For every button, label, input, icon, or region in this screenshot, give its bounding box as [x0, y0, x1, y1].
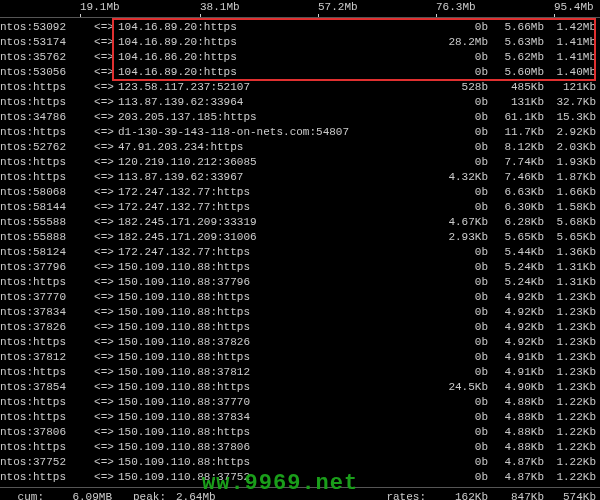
- rate-2s: 0b: [428, 260, 488, 275]
- scale-tick: 76.3Mb: [436, 0, 476, 14]
- local-endpoint: ntos:37854: [0, 380, 90, 395]
- direction-icon: <=>: [90, 140, 118, 155]
- rate-40s: 1.42Mb: [544, 20, 600, 35]
- rate-2s: 0b: [428, 200, 488, 215]
- remote-endpoint: 150.109.110.88:37826: [118, 335, 428, 350]
- direction-icon: <=>: [90, 320, 118, 335]
- direction-icon: <=>: [90, 35, 118, 50]
- local-endpoint: ntos:37770: [0, 290, 90, 305]
- direction-icon: <=>: [90, 425, 118, 440]
- direction-icon: <=>: [90, 170, 118, 185]
- local-endpoint: ntos:34786: [0, 110, 90, 125]
- remote-endpoint: 120.219.110.212:36085: [118, 155, 428, 170]
- rate-2s: 0b: [428, 365, 488, 380]
- direction-icon: <=>: [90, 305, 118, 320]
- remote-endpoint: 182.245.171.209:31006: [118, 230, 428, 245]
- direction-icon: <=>: [90, 470, 118, 485]
- rate-10s: 5.62Mb: [488, 50, 544, 65]
- rate-2s: 28.2Mb: [428, 35, 488, 50]
- rate-10s: 6.63Kb: [488, 185, 544, 200]
- rate-2s: 0b: [428, 335, 488, 350]
- rate-10s: 4.92Kb: [488, 290, 544, 305]
- remote-endpoint: 182.245.171.209:33319: [118, 215, 428, 230]
- local-endpoint: ntos:58124: [0, 245, 90, 260]
- direction-icon: <=>: [90, 125, 118, 140]
- rate-2s: 0b: [428, 20, 488, 35]
- connection-row: ntos:37770<=>150.109.110.88:https0b4.92K…: [0, 290, 600, 305]
- direction-icon: <=>: [90, 110, 118, 125]
- rate-col-1: 162Kb: [432, 490, 488, 500]
- rate-10s: 4.92Kb: [488, 335, 544, 350]
- remote-endpoint: 150.109.110.88:https: [118, 305, 428, 320]
- direction-icon: <=>: [90, 350, 118, 365]
- connection-row: ntos:35762<=>104.16.86.20:https0b5.62Mb1…: [0, 50, 600, 65]
- rate-2s: 0b: [428, 470, 488, 485]
- rate-40s: 1.23Kb: [544, 380, 600, 395]
- local-endpoint: ntos:https: [0, 155, 90, 170]
- remote-endpoint: 113.87.139.62:33967: [118, 170, 428, 185]
- rate-40s: 1.23Kb: [544, 365, 600, 380]
- local-endpoint: ntos:https: [0, 275, 90, 290]
- rate-10s: 5.63Mb: [488, 35, 544, 50]
- rate-40s: 1.41Mb: [544, 50, 600, 65]
- connection-row: ntos:https<=>113.87.139.62:339640b131Kb3…: [0, 95, 600, 110]
- cum-label: cum:: [0, 490, 50, 500]
- local-endpoint: ntos:https: [0, 470, 90, 485]
- connection-row: ntos:58144<=>172.247.132.77:https0b6.30K…: [0, 200, 600, 215]
- rate-10s: 6.28Kb: [488, 215, 544, 230]
- rate-2s: 0b: [428, 110, 488, 125]
- rate-40s: 32.7Kb: [544, 95, 600, 110]
- connection-row: ntos:55588<=>182.245.171.209:333194.67Kb…: [0, 215, 600, 230]
- local-endpoint: ntos:https: [0, 95, 90, 110]
- rate-10s: 5.24Kb: [488, 260, 544, 275]
- connection-row: ntos:https<=>150.109.110.88:378340b4.88K…: [0, 410, 600, 425]
- local-endpoint: ntos:55588: [0, 215, 90, 230]
- local-endpoint: ntos:53174: [0, 35, 90, 50]
- local-endpoint: ntos:https: [0, 395, 90, 410]
- remote-endpoint: 172.247.132.77:https: [118, 200, 428, 215]
- rate-10s: 4.88Kb: [488, 410, 544, 425]
- connection-list: ntos:53092<=>104.16.89.20:https0b5.66Mb1…: [0, 18, 600, 485]
- connection-row: ntos:37854<=>150.109.110.88:https24.5Kb4…: [0, 380, 600, 395]
- local-endpoint: ntos:53092: [0, 20, 90, 35]
- connection-row: ntos:37796<=>150.109.110.88:https0b5.24K…: [0, 260, 600, 275]
- remote-endpoint: 104.16.86.20:https: [118, 50, 428, 65]
- rate-2s: 0b: [428, 155, 488, 170]
- rate-40s: 1.22Kb: [544, 410, 600, 425]
- direction-icon: <=>: [90, 380, 118, 395]
- local-endpoint: ntos:37752: [0, 455, 90, 470]
- direction-icon: <=>: [90, 200, 118, 215]
- direction-icon: <=>: [90, 155, 118, 170]
- rate-10s: 5.65Kb: [488, 230, 544, 245]
- rate-2s: 24.5Kb: [428, 380, 488, 395]
- rate-40s: 2.92Kb: [544, 125, 600, 140]
- direction-icon: <=>: [90, 290, 118, 305]
- remote-endpoint: 47.91.203.234:https: [118, 140, 428, 155]
- rate-10s: 8.12Kb: [488, 140, 544, 155]
- remote-endpoint: 104.16.89.20:https: [118, 35, 428, 50]
- local-endpoint: ntos:53056: [0, 65, 90, 80]
- rate-2s: 0b: [428, 125, 488, 140]
- rate-2s: 0b: [428, 95, 488, 110]
- connection-row: ntos:52762<=>47.91.203.234:https0b8.12Kb…: [0, 140, 600, 155]
- rate-10s: 5.44Kb: [488, 245, 544, 260]
- rate-40s: 5.65Kb: [544, 230, 600, 245]
- rate-2s: 2.93Kb: [428, 230, 488, 245]
- connection-row: ntos:https<=>150.109.110.88:378260b4.92K…: [0, 335, 600, 350]
- direction-icon: <=>: [90, 50, 118, 65]
- local-endpoint: ntos:https: [0, 125, 90, 140]
- rate-2s: 0b: [428, 395, 488, 410]
- rate-40s: 1.22Kb: [544, 395, 600, 410]
- remote-endpoint: 150.109.110.88:https: [118, 380, 428, 395]
- connection-row: ntos:https<=>150.109.110.88:377520b4.87K…: [0, 470, 600, 485]
- rate-10s: 5.60Mb: [488, 65, 544, 80]
- local-endpoint: ntos:37812: [0, 350, 90, 365]
- remote-endpoint: 104.16.89.20:https: [118, 20, 428, 35]
- rate-10s: 5.24Kb: [488, 275, 544, 290]
- connection-row: ntos:https<=>d1-130-39-143-118-on-nets.c…: [0, 125, 600, 140]
- rate-40s: 1.87Kb: [544, 170, 600, 185]
- rate-10s: 4.88Kb: [488, 425, 544, 440]
- rate-2s: 0b: [428, 455, 488, 470]
- direction-icon: <=>: [90, 395, 118, 410]
- direction-icon: <=>: [90, 65, 118, 80]
